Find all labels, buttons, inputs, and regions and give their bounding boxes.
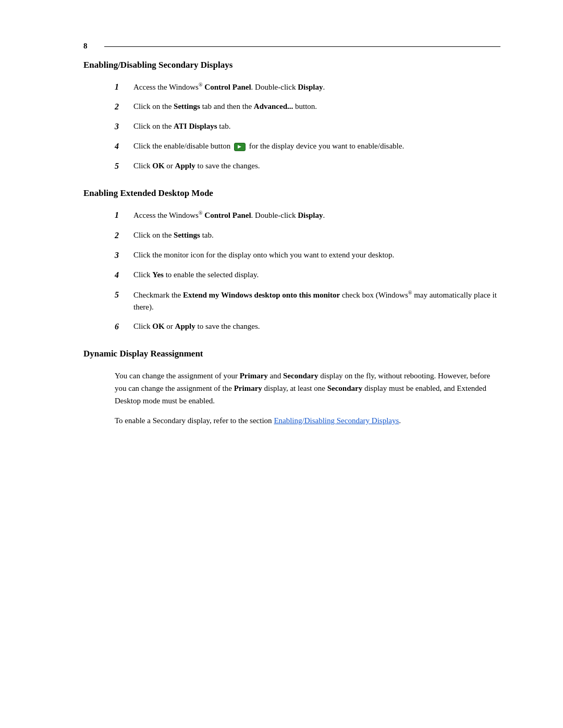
step-content: Click on the ATI Displays tab.	[133, 120, 500, 132]
step-number: 3	[115, 249, 130, 262]
list-item: 5 Click OK or Apply to save the changes.	[115, 160, 500, 172]
section-extended-desktop: Enabling Extended Desktop Mode 1 Access …	[83, 188, 500, 333]
bold-text: OK	[152, 162, 164, 170]
bold-text: Display	[298, 83, 323, 91]
page-header: 8	[83, 42, 500, 51]
bold-text: ATI Displays	[174, 122, 217, 130]
page-divider	[104, 46, 500, 47]
bold-text: Apply	[175, 162, 195, 170]
step-number: 5	[115, 289, 130, 301]
page-number: 8	[83, 42, 94, 51]
section-enabling-disabling: Enabling/Disabling Secondary Displays 1 …	[83, 60, 500, 172]
bold-text: Control Panel	[204, 211, 251, 219]
section-dynamic-display: Dynamic Display Reassignment You can cha…	[83, 349, 500, 427]
step-content: Access the Windows® Control Panel. Doubl…	[133, 209, 500, 221]
bold-text: OK	[152, 322, 164, 330]
step-content: Click on the Settings tab and then the A…	[133, 101, 500, 113]
bold-text: Settings	[174, 231, 200, 239]
list-item: 3 Click the monitor icon for the display…	[115, 249, 500, 262]
list-item: 4 Click Yes to enable the selected displ…	[115, 269, 500, 281]
bold-text: Secondary	[327, 384, 363, 392]
list-item: 6 Click OK or Apply to save the changes.	[115, 320, 500, 333]
step-number: 1	[115, 209, 130, 221]
section-heading-extended-desktop: Enabling Extended Desktop Mode	[83, 188, 500, 199]
step-number: 2	[115, 101, 130, 113]
enable-disable-icon	[234, 143, 246, 151]
step-content: Click the enable/disable button for the …	[133, 140, 500, 152]
bold-text: Settings	[174, 102, 200, 110]
bold-text: Primary	[240, 372, 268, 380]
step-number: 3	[115, 120, 130, 133]
step-content: Click on the Settings tab.	[133, 229, 500, 241]
section-heading-dynamic-display: Dynamic Display Reassignment	[83, 349, 500, 359]
list-item: 2 Click on the Settings tab.	[115, 229, 500, 242]
page: 8 Enabling/Disabling Secondary Displays …	[0, 0, 563, 728]
body-paragraph-1: You can change the assignment of your Pr…	[115, 369, 500, 407]
step-content: Access the Windows® Control Panel. Doubl…	[133, 81, 500, 93]
steps-list-1: 1 Access the Windows® Control Panel. Dou…	[115, 81, 500, 172]
bold-text: Yes	[152, 270, 164, 279]
sup: ®	[199, 210, 203, 216]
bold-text: Display	[298, 211, 323, 219]
step-content: Click OK or Apply to save the changes.	[133, 160, 500, 172]
step-number: 4	[115, 140, 130, 153]
step-content: Checkmark the Extend my Windows desktop …	[133, 289, 500, 314]
enabling-disabling-link[interactable]: Enabling/Disabling Secondary Displays	[274, 416, 399, 425]
step-number: 2	[115, 229, 130, 242]
bold-text: Secondary	[283, 372, 319, 380]
list-item: 1 Access the Windows® Control Panel. Dou…	[115, 209, 500, 221]
list-item: 5 Checkmark the Extend my Windows deskto…	[115, 289, 500, 314]
sup: ®	[408, 290, 412, 295]
section-heading-enabling-disabling: Enabling/Disabling Secondary Displays	[83, 60, 500, 70]
list-item: 4 Click the enable/disable button for th…	[115, 140, 500, 153]
step-content: Click OK or Apply to save the changes.	[133, 320, 500, 332]
body-paragraph-2: To enable a Secondary display, refer to …	[115, 414, 500, 427]
section-body-dynamic-display: You can change the assignment of your Pr…	[115, 369, 500, 427]
step-number: 6	[115, 320, 130, 333]
list-item: 3 Click on the ATI Displays tab.	[115, 120, 500, 133]
step-content: Click Yes to enable the selected display…	[133, 269, 500, 281]
bold-text: Primary	[234, 384, 262, 392]
bold-text: Apply	[175, 322, 195, 330]
steps-list-2: 1 Access the Windows® Control Panel. Dou…	[115, 209, 500, 333]
bold-text: Advanced...	[254, 102, 293, 110]
bold-text: Control Panel	[204, 83, 251, 91]
sup: ®	[199, 82, 203, 88]
list-item: 2 Click on the Settings tab and then the…	[115, 101, 500, 113]
step-content: Click the monitor icon for the display o…	[133, 249, 500, 261]
step-number: 5	[115, 160, 130, 172]
list-item: 1 Access the Windows® Control Panel. Dou…	[115, 81, 500, 93]
step-number: 4	[115, 269, 130, 281]
bold-text: Extend my Windows desktop onto this moni…	[183, 291, 340, 299]
step-number: 1	[115, 81, 130, 93]
